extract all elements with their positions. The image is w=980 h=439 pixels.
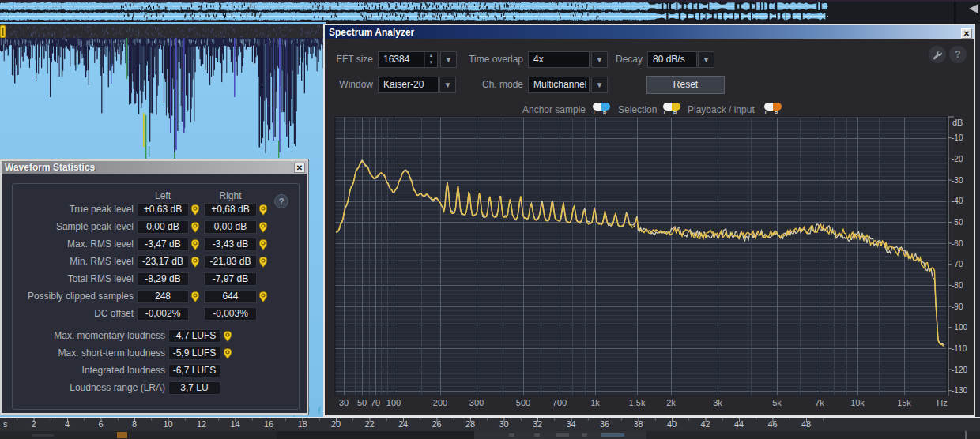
svg-text:-40: -40 — [952, 197, 963, 205]
svg-text:34: 34 — [566, 419, 575, 429]
svg-text:-80: -80 — [952, 281, 963, 290]
svg-text:24: 24 — [398, 419, 408, 429]
svg-text:12: 12 — [197, 419, 206, 429]
svg-text:18: 18 — [297, 419, 307, 429]
svg-text:2: 2 — [31, 419, 36, 429]
svg-text:Hz: Hz — [937, 398, 947, 407]
svg-text:38: 38 — [633, 419, 643, 429]
svg-text:42: 42 — [700, 419, 710, 429]
svg-text:-130: -130 — [952, 386, 967, 395]
svg-text:30: 30 — [499, 419, 508, 429]
svg-text:-70: -70 — [952, 260, 963, 268]
svg-text:16: 16 — [264, 419, 273, 429]
svg-text:32: 32 — [533, 419, 542, 429]
svg-text:100: 100 — [386, 398, 401, 407]
svg-text:-100: -100 — [952, 323, 967, 332]
svg-text:dB: dB — [952, 118, 963, 127]
svg-text:6: 6 — [98, 419, 103, 429]
svg-text:3k: 3k — [713, 398, 722, 407]
svg-text:-20: -20 — [952, 155, 963, 163]
svg-text:22: 22 — [364, 419, 374, 429]
svg-text:4: 4 — [65, 419, 70, 429]
svg-text:14: 14 — [230, 419, 239, 429]
svg-text:10: 10 — [163, 419, 172, 429]
svg-text:30: 30 — [339, 398, 349, 407]
svg-text:50: 50 — [357, 398, 367, 407]
svg-text:44: 44 — [734, 419, 744, 429]
svg-text:28: 28 — [466, 419, 475, 429]
svg-text:-10: -10 — [952, 133, 963, 142]
svg-text:200: 200 — [433, 398, 447, 407]
svg-text:s: s — [3, 419, 8, 429]
svg-text:8: 8 — [132, 419, 137, 429]
svg-text:10k: 10k — [850, 398, 865, 407]
svg-text:48: 48 — [801, 419, 811, 429]
svg-text:-50: -50 — [952, 218, 963, 227]
svg-text:-30: -30 — [952, 176, 963, 185]
svg-text:1,5k: 1,5k — [629, 398, 646, 407]
svg-text:7k: 7k — [815, 398, 824, 407]
svg-text:-120: -120 — [952, 366, 967, 374]
svg-text:500: 500 — [516, 398, 530, 407]
svg-text:15k: 15k — [897, 398, 911, 407]
svg-text:5k: 5k — [772, 398, 782, 407]
svg-text:-90: -90 — [952, 302, 963, 311]
svg-text:40: 40 — [667, 419, 677, 429]
svg-text:700: 700 — [552, 398, 567, 407]
svg-text:2k: 2k — [666, 398, 676, 407]
svg-text:36: 36 — [600, 419, 609, 429]
svg-text:300: 300 — [469, 398, 484, 407]
svg-text:20: 20 — [331, 419, 341, 429]
svg-text:-60: -60 — [952, 239, 963, 248]
svg-text:46: 46 — [767, 419, 777, 429]
svg-text:1k: 1k — [590, 398, 600, 407]
svg-text:70: 70 — [371, 398, 380, 407]
svg-text:-110: -110 — [952, 344, 967, 353]
svg-text:26: 26 — [432, 419, 441, 429]
